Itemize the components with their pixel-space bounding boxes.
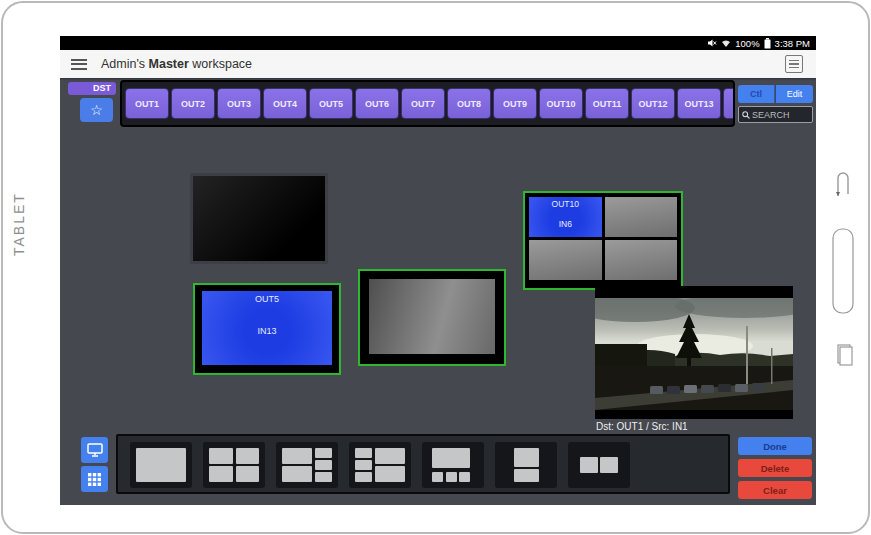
output-button[interactable]: OUT1 xyxy=(125,88,169,119)
layout-preset-two-horizontal[interactable] xyxy=(568,442,630,488)
output-button[interactable]: OUT3 xyxy=(217,88,261,119)
battery-icon xyxy=(764,38,771,49)
preset-cell xyxy=(580,457,598,473)
dst-label: DST xyxy=(68,82,116,95)
stylus-pill-icon xyxy=(831,227,855,315)
preset-cell xyxy=(432,448,470,468)
outputs-list: OUT1OUT2OUT3OUT4OUT5OUT6OUT7OUT8OUT9OUT1… xyxy=(120,80,735,127)
swipe-gesture-icon xyxy=(834,168,852,200)
edit-mode-button[interactable]: Edit xyxy=(776,85,813,103)
delete-button[interactable]: Delete xyxy=(738,459,812,477)
monitor-out10[interactable]: OUT10 IN6 xyxy=(523,191,683,290)
layout-preset-quad[interactable] xyxy=(203,442,265,488)
preset-cell xyxy=(355,448,372,458)
layout-preset-three-left-two-right[interactable] xyxy=(349,442,411,488)
output-button[interactable]: OUT2 xyxy=(171,88,215,119)
signal-icon xyxy=(721,38,731,48)
layout-preset-two-vertical[interactable] xyxy=(495,442,557,488)
clock: 3:38 PM xyxy=(775,38,810,49)
output-button[interactable]: OUT10 xyxy=(539,88,583,119)
preset-cell xyxy=(209,466,233,482)
monitor-out10-zone[interactable] xyxy=(605,197,678,237)
monitor-out10-zone-active[interactable]: OUT10 IN6 xyxy=(529,197,602,237)
workspace-list-icon[interactable] xyxy=(785,55,803,73)
input-label: IN6 xyxy=(529,219,602,229)
grid-icon xyxy=(88,473,101,486)
tablet-frame: TABLET 100% 3:38 PM xyxy=(1,1,870,534)
camera-preview-image xyxy=(595,298,793,410)
favorites-star-button[interactable]: ☆ xyxy=(80,98,113,122)
tablet-side-label: TABLET xyxy=(11,240,27,256)
app-title-bar: Admin's Master workspace xyxy=(60,50,816,78)
preset-cell xyxy=(432,472,443,482)
output-label: OUT5 xyxy=(202,291,332,304)
tablet-screen: 100% 3:38 PM Admin's Master workspace DS… xyxy=(60,36,816,505)
preset-cell xyxy=(282,466,312,482)
output-button[interactable]: OUT5 xyxy=(309,88,353,119)
done-button[interactable]: Done xyxy=(738,437,812,455)
monitor-view-button[interactable] xyxy=(81,437,108,463)
preset-cell xyxy=(355,460,372,470)
preset-cell xyxy=(236,448,260,464)
search-icon xyxy=(742,111,750,119)
menu-icon[interactable] xyxy=(71,56,87,72)
monitor-unrouted[interactable] xyxy=(358,269,506,366)
monitor-out10-zone[interactable] xyxy=(605,240,678,280)
layout-preset-single[interactable] xyxy=(130,442,192,488)
preset-cell xyxy=(446,472,457,482)
page-title: Admin's Master workspace xyxy=(101,57,252,71)
layout-preset-two-left-three-right[interactable] xyxy=(276,442,338,488)
preset-cell xyxy=(514,448,539,467)
preset-cell xyxy=(136,448,186,482)
output-button[interactable]: OUT12 xyxy=(631,88,675,119)
source-preview-window[interactable] xyxy=(595,286,793,419)
monitor-icon xyxy=(87,443,103,457)
preset-cell xyxy=(236,466,260,482)
preset-cell xyxy=(514,469,539,482)
output-button[interactable]: OUT13 xyxy=(677,88,721,119)
monitor-out10-zone[interactable] xyxy=(529,240,602,280)
monitor-out5[interactable]: OUT5 IN13 xyxy=(193,283,341,375)
preview-caption: Dst: OUT1 / Src: IN1 xyxy=(596,421,688,432)
preset-cell xyxy=(315,448,332,458)
clear-button[interactable]: Clear xyxy=(738,481,812,499)
pages-icon xyxy=(835,343,855,369)
preset-cell xyxy=(209,448,233,464)
preset-cell xyxy=(315,460,332,470)
preset-cell xyxy=(355,472,372,482)
grid-view-button[interactable] xyxy=(81,466,108,492)
mute-icon xyxy=(707,38,717,48)
layout-preset-one-top-three-bottom[interactable] xyxy=(422,442,484,488)
preset-cell xyxy=(315,472,332,482)
input-label: IN13 xyxy=(202,304,332,336)
monitor-unassigned[interactable] xyxy=(190,173,328,264)
preset-cell xyxy=(459,472,470,482)
battery-percent: 100% xyxy=(735,38,759,49)
status-bar: 100% 3:38 PM xyxy=(60,36,816,50)
presets-list xyxy=(116,434,730,494)
preset-cell xyxy=(375,448,405,464)
control-mode-button[interactable]: Ctl xyxy=(738,85,775,103)
output-label: OUT10 xyxy=(529,199,602,209)
preset-cell xyxy=(375,466,405,482)
output-button[interactable]: OUT7 xyxy=(401,88,445,119)
output-button-clipped[interactable] xyxy=(723,88,735,119)
output-button[interactable]: OUT9 xyxy=(493,88,537,119)
search-placeholder: SEARCH xyxy=(752,110,790,120)
preset-cell xyxy=(282,448,312,464)
preset-cell xyxy=(600,457,618,473)
output-button[interactable]: OUT4 xyxy=(263,88,307,119)
output-button[interactable]: OUT11 xyxy=(585,88,629,119)
search-input[interactable]: SEARCH xyxy=(738,106,813,123)
output-button[interactable]: OUT8 xyxy=(447,88,491,119)
output-button[interactable]: OUT6 xyxy=(355,88,399,119)
